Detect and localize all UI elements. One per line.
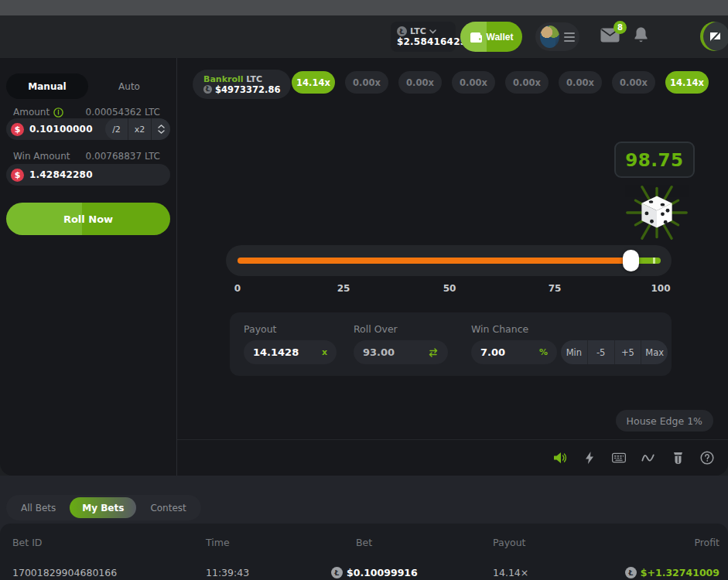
amount-value[interactable]: 0.10100000: [29, 124, 105, 135]
win-chance-quick-buttons: Min -5 +5 Max: [561, 340, 668, 364]
slider-thumb[interactable]: [623, 250, 639, 271]
double-bet-button[interactable]: x2: [128, 118, 152, 140]
amount-stepper[interactable]: [152, 118, 170, 140]
wallet-icon: [470, 32, 482, 43]
speaker-icon: [553, 452, 567, 464]
chat-toggle-button[interactable]: [700, 22, 728, 51]
bankroll-value: $4973372.86: [215, 84, 280, 95]
chat-disabled-icon: [709, 30, 722, 43]
history-chip[interactable]: 0.00x: [505, 71, 549, 94]
lightning-icon: [585, 451, 594, 465]
bankroll-amount-row: Ł $4973372.86: [203, 84, 280, 95]
bet-row-profit-amount: $+1.32741009: [641, 567, 719, 578]
roll-over-input[interactable]: 93.00: [354, 340, 448, 364]
win-amount-value[interactable]: 1.42842280: [29, 169, 170, 180]
bet-row-id[interactable]: 17001829904680166: [12, 567, 117, 578]
game-toolbar: [177, 439, 728, 476]
wallet-button-label: Wallet: [487, 32, 514, 43]
hamburger-menu-icon: [564, 32, 575, 42]
hotkeys-button[interactable]: [612, 451, 626, 465]
column-header-payout: Payout: [493, 537, 526, 548]
bet-row-bet-amount: $0.10099916: [347, 567, 418, 578]
ltc-coin-icon: Ł: [625, 567, 637, 578]
scale-label: 0: [234, 283, 241, 294]
win-amount-label: Win Amount: [13, 151, 70, 162]
history-chip[interactable]: 0.00x: [398, 71, 442, 94]
bankroll-currency: LTC: [246, 74, 262, 84]
bankroll-title: Bankroll LTC: [203, 74, 280, 84]
info-icon[interactable]: [53, 107, 63, 118]
half-bet-button[interactable]: /2: [105, 118, 128, 140]
win-amount-input[interactable]: $ 1.42842280: [6, 164, 170, 186]
win-chance-value[interactable]: 7.00: [480, 346, 539, 358]
question-icon: [700, 451, 714, 465]
chevron-up-icon: [158, 125, 165, 128]
scale-label: 100: [651, 283, 670, 294]
payout-input[interactable]: 14.1428 x: [244, 340, 337, 364]
live-stats-button[interactable]: [641, 451, 655, 465]
tab-my-bets[interactable]: My Bets: [70, 497, 136, 518]
bets-tabs: All Bets My Bets Contest: [6, 495, 201, 520]
payout-label: Payout: [244, 323, 277, 335]
ltc-coin-icon: Ł: [397, 26, 407, 36]
help-button[interactable]: [700, 451, 714, 465]
column-header-time: Time: [206, 537, 230, 548]
account-balance: $2.58416425: [397, 36, 449, 47]
messages-button[interactable]: 8: [600, 28, 620, 43]
history-chip[interactable]: 0.00x: [612, 71, 655, 94]
history-chip[interactable]: 0.00x: [559, 71, 602, 94]
roll-over-value[interactable]: 93.00: [363, 346, 428, 358]
notifications-button[interactable]: [634, 26, 648, 43]
column-header-profit: Profit: [694, 537, 719, 548]
dice-game-panel: Bankroll LTC Ł $4973372.86 14.14x 0.00x …: [177, 58, 728, 476]
scale-label: 50: [443, 283, 456, 294]
seed-button[interactable]: [671, 451, 685, 465]
history-chip[interactable]: 0.00x: [345, 71, 388, 94]
bets-section: All Bets My Bets Contest Bet ID Time Bet…: [0, 476, 728, 580]
chevron-down-icon: [158, 130, 165, 134]
amount-modifiers: /2 x2: [105, 118, 170, 140]
history-chip[interactable]: 14.14x: [292, 71, 335, 94]
currency-row: Ł LTC: [397, 26, 449, 36]
history-chip[interactable]: 0.00x: [452, 71, 495, 94]
game-content: Manual Auto Amount 0.00054362 LTC $ 0.10…: [0, 58, 728, 476]
amount-fiat-rate: 0.00054362 LTC: [86, 107, 160, 118]
percent-suffix: %: [539, 347, 548, 357]
swap-icon[interactable]: [428, 348, 439, 357]
user-menu[interactable]: [535, 22, 579, 51]
browser-top-strip: [0, 0, 728, 15]
history-chip[interactable]: 14.14x: [665, 71, 709, 94]
wallet-button[interactable]: Wallet: [460, 22, 522, 52]
house-edge-badge: House Edge 1%: [616, 410, 713, 432]
bet-row-payout: 14.14×: [493, 567, 528, 578]
bet-row-time: 11:39:43: [206, 567, 249, 578]
chevron-down-icon: [429, 29, 436, 34]
amount-input[interactable]: $ 0.10100000 /2 x2: [6, 118, 170, 140]
tab-manual[interactable]: Manual: [6, 73, 88, 99]
keyboard-icon: [612, 452, 626, 463]
tab-all-bets[interactable]: All Bets: [9, 497, 68, 518]
slider-scale: 0 25 50 75 100: [226, 283, 672, 295]
win-chance-input[interactable]: 7.00 %: [471, 340, 557, 364]
sound-toggle-button[interactable]: [553, 451, 567, 465]
tab-auto[interactable]: Auto: [88, 73, 170, 99]
bet-mode-tabs: Manual Auto: [6, 73, 170, 99]
payout-value[interactable]: 14.1428: [253, 346, 322, 358]
min-button[interactable]: Min: [561, 340, 588, 364]
slider-track[interactable]: [238, 258, 661, 264]
fiat-icon: $: [11, 169, 24, 182]
instant-bet-button[interactable]: [583, 451, 596, 465]
roll-now-button[interactable]: Roll Now: [6, 203, 170, 235]
roll-slider: [226, 245, 672, 276]
dice-icon: [624, 180, 689, 245]
column-header-bet: Bet: [356, 537, 372, 548]
amount-label: Amount: [13, 107, 50, 118]
max-button[interactable]: Max: [641, 340, 668, 364]
plus-5-button[interactable]: +5: [615, 340, 642, 364]
minus-5-button[interactable]: -5: [588, 340, 615, 364]
bankroll-label: Bankroll: [203, 74, 243, 84]
currency-selector[interactable]: Ł LTC $2.58416425: [391, 22, 456, 52]
tab-contest[interactable]: Contest: [138, 497, 198, 518]
bankroll-display: Bankroll LTC Ł $4973372.86: [193, 70, 291, 99]
fiat-icon: $: [11, 123, 24, 136]
